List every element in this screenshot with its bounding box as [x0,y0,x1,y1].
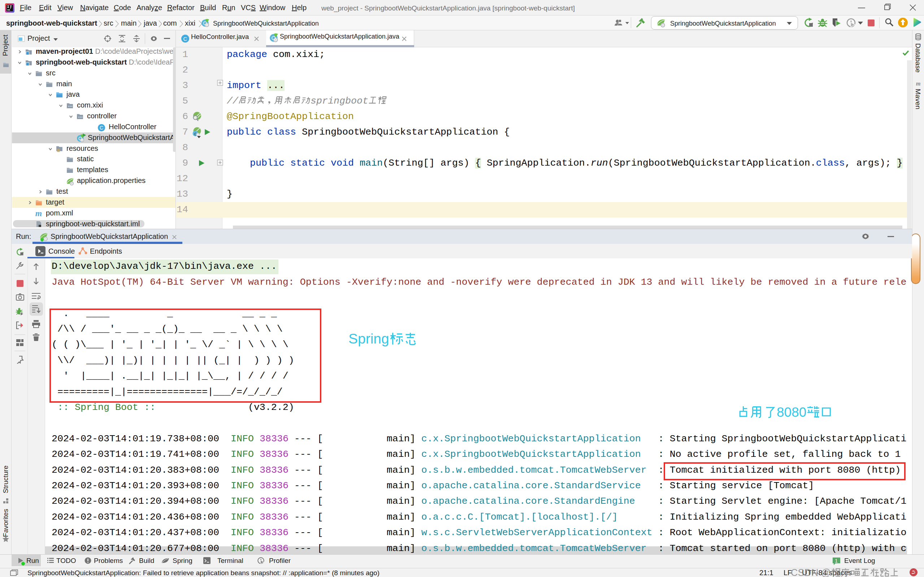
svg-text:1: 1 [835,558,838,564]
svg-text:m: m [916,80,921,87]
